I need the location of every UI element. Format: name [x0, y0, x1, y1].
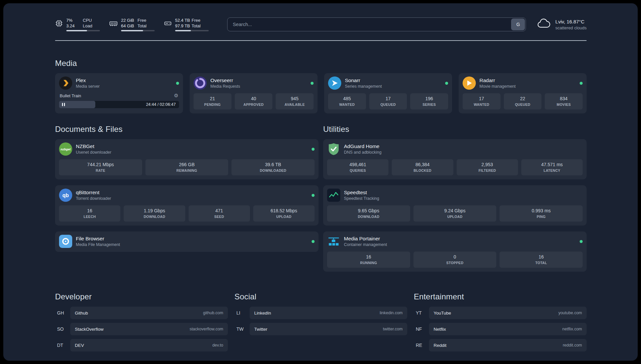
- bookmark-abbr: DT: [55, 343, 70, 348]
- status-dot: [312, 194, 315, 197]
- service-card-filebrowser[interactable]: File Browser Media File Management: [55, 231, 319, 252]
- status-dot: [445, 82, 448, 85]
- pause-icon: [62, 103, 63, 106]
- disk-total-label: Total: [192, 23, 200, 29]
- service-card-adguard[interactable]: AdGuard Home DNS and adblocking 498,461Q…: [323, 139, 587, 179]
- svg-text:nzbget: nzbget: [61, 147, 71, 151]
- section-documents: Documents & Files nzbget NZBGet Usenet d…: [55, 125, 319, 272]
- bookmark-abbr: LI: [234, 310, 250, 316]
- stat-download: 1.19 GbpsDOWNLOAD: [124, 205, 185, 222]
- service-card-portainer[interactable]: Media Portainer Container management 16R…: [323, 231, 587, 272]
- service-card-nzbget[interactable]: nzbget NZBGet Usenet downloader 744.21 M…: [55, 139, 319, 179]
- stat-leech: 16LEECH: [59, 205, 120, 222]
- cpu-load-value: 3.24: [66, 23, 83, 29]
- qbittorrent-icon: qb: [59, 189, 72, 202]
- service-description: Series management: [345, 84, 382, 89]
- weather-condition: scattered clouds: [555, 25, 587, 30]
- stat-available: 945AVAILABLE: [276, 93, 314, 109]
- search-provider-button[interactable]: G: [511, 18, 525, 30]
- service-name: AdGuard Home: [344, 143, 382, 149]
- disk-widget: 52.4 TBFree 97.9 TBTotal: [164, 17, 209, 31]
- stat-blocked: 86,384BLOCKED: [392, 159, 453, 175]
- stat-series: 196SERIES: [410, 93, 448, 109]
- topbar-divider: [55, 40, 587, 41]
- service-card-sonarr[interactable]: Sonarr Series management 485WANTED 17QUE…: [324, 73, 452, 113]
- disk-free-label: Free: [192, 17, 200, 23]
- sonarr-icon: [328, 76, 341, 90]
- bookmark-twitter[interactable]: TW Twittertwitter.com: [234, 323, 407, 335]
- stat-queries: 498,461QUERIES: [327, 159, 388, 175]
- search-input[interactable]: [227, 17, 526, 31]
- stat-ping: 0.993 msPING: [500, 205, 583, 222]
- bookmark-netflix[interactable]: NF Netflixnetflix.com: [414, 323, 587, 335]
- bookmark-abbr: NF: [414, 326, 429, 332]
- bookmark-youtube[interactable]: YT YouTubeyoutube.com: [414, 307, 587, 319]
- portainer-icon: [327, 235, 340, 248]
- overseerr-icon: [194, 76, 207, 90]
- stat-movies: 834MOVIES: [545, 93, 583, 109]
- playback-time: 24:44 / 02:06:47: [146, 102, 176, 107]
- filebrowser-icon: [59, 235, 72, 248]
- bookmark-reddit[interactable]: RE Redditreddit.com: [414, 339, 587, 351]
- service-name: NZBGet: [76, 143, 111, 149]
- cpu-progress-bar: [66, 30, 100, 31]
- memory-free-value: 22 GiB: [121, 17, 137, 23]
- section-title-media: Media: [55, 59, 587, 68]
- cpu-load-label: Load: [83, 23, 92, 29]
- memory-widget: 22 GiBFree 64 GiBTotal: [109, 17, 155, 31]
- nzbget-icon: nzbget: [59, 142, 72, 156]
- bookmark-abbr: RE: [414, 343, 429, 348]
- stat-filtered: 2,953FILTERED: [457, 159, 518, 175]
- stat-pending: 21PENDING: [194, 93, 231, 109]
- status-dot: [311, 82, 314, 85]
- service-description: Media server: [76, 84, 100, 89]
- weather-widget: Lviv, 16.87°C scattered clouds: [536, 18, 587, 31]
- bookmark-github[interactable]: GH Githubgithub.com: [55, 307, 228, 319]
- service-name: Plex: [76, 77, 100, 83]
- search-bar: G: [227, 17, 526, 31]
- service-description: Container management: [344, 242, 387, 247]
- disk-progress-bar: [175, 30, 209, 31]
- top-bar: 7%CPU 3.24Load 22 GiBFree 64 GiBTotal: [55, 16, 587, 32]
- service-name: Radarr: [479, 77, 516, 83]
- bookmark-abbr: YT: [414, 310, 429, 316]
- section-title-documents: Documents & Files: [55, 125, 319, 134]
- bookmark-linkedin[interactable]: LI LinkedInlinkedin.com: [234, 307, 407, 319]
- service-description: Speedtest Tracking: [344, 196, 379, 201]
- stat-wanted: 485WANTED: [328, 93, 366, 109]
- bookmark-stackoverflow[interactable]: SO StackOverflowstackoverflow.com: [55, 323, 228, 335]
- disk-icon: [164, 19, 172, 27]
- status-dot: [312, 148, 315, 151]
- service-description: Movie management: [479, 84, 516, 89]
- memory-total-label: Total: [137, 23, 146, 29]
- bookmark-group-entertainment: Entertainment YT YouTubeyoutube.com NF N…: [414, 292, 587, 351]
- cloud-icon: [536, 18, 551, 31]
- adguard-icon: [327, 142, 340, 156]
- bookmark-abbr: GH: [55, 310, 70, 316]
- cpu-icon: [55, 19, 63, 27]
- disk-total-value: 97.9 TB: [175, 23, 192, 29]
- bookmark-group-developer: Developer GH Githubgithub.com SO StackOv…: [55, 292, 228, 351]
- stat-downloaded: 39.6 TBDOWNLOADED: [231, 159, 315, 175]
- section-title-social: Social: [234, 292, 407, 301]
- playback-progress-bar[interactable]: 24:44 / 02:06:47: [59, 101, 179, 108]
- stat-total: 16TOTAL: [500, 252, 583, 268]
- service-card-qbittorrent[interactable]: qb qBittorrent Torrent downloader 16LEEC…: [55, 185, 319, 226]
- service-description: Media File Management: [76, 242, 120, 247]
- status-dot: [580, 240, 583, 243]
- dashboard-panel: 7%CPU 3.24Load 22 GiBFree 64 GiBTotal: [3, 3, 638, 361]
- gear-icon[interactable]: ⚙: [174, 93, 178, 99]
- memory-total-value: 64 GiB: [121, 23, 137, 29]
- section-utilities: Utilities AdGuard Home DNS and adblockin…: [323, 125, 587, 272]
- memory-progress-bar: [121, 30, 155, 31]
- stat-approved: 40APPROVED: [235, 93, 273, 109]
- service-description: Torrent downloader: [76, 196, 111, 201]
- stat-upload: 618.52 MbpsUPLOAD: [253, 205, 315, 222]
- service-card-overseerr[interactable]: Overseerr Media Requests 21PENDING 40APP…: [190, 73, 318, 113]
- bookmark-dev[interactable]: DT DEVdev.to: [55, 339, 228, 351]
- service-description: DNS and adblocking: [344, 150, 382, 155]
- service-card-speedtest[interactable]: Speedtest Speedtest Tracking 9.65 GbpsDO…: [323, 185, 587, 226]
- service-card-radarr[interactable]: Radarr Movie management 17WANTED 22QUEUE…: [459, 73, 587, 113]
- service-card-plex[interactable]: Plex Media server Bullet Train ⚙ 24:44 /…: [55, 73, 183, 113]
- service-name: File Browser: [76, 236, 120, 242]
